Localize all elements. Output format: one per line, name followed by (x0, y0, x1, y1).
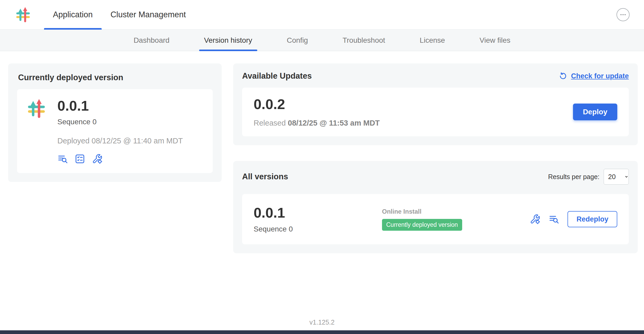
subnav-item-dashboard[interactable]: Dashboard (129, 30, 174, 51)
available-updates-title: Available Updates (242, 71, 312, 81)
primary-tabs: Application Cluster Management (44, 0, 195, 29)
release-notes-button[interactable] (549, 214, 559, 224)
subnav-item-troubleshoot[interactable]: Troubleshoot (337, 30, 390, 51)
results-per-page: Results per page: 20 (548, 169, 629, 185)
deployed-actions (57, 154, 183, 164)
all-versions-title: All versions (242, 172, 288, 181)
version-history-page: Currently deployed version 0.0.1 Sequenc… (0, 51, 644, 253)
update-released-line: Released 08/12/25 @ 11:53 am MDT (254, 119, 380, 127)
app-logo-icon (15, 6, 31, 23)
results-per-page-select[interactable]: 20 (604, 169, 629, 185)
top-header: Application Cluster Management (0, 0, 644, 30)
refresh-icon (559, 72, 567, 80)
subnav-item-config[interactable]: Config (282, 30, 313, 51)
released-date: 08/12/25 @ 11:53 am MDT (288, 119, 380, 127)
all-versions-header: All versions Results per page: 20 (242, 169, 629, 185)
log-search-icon (57, 154, 68, 164)
release-notes-button[interactable] (57, 154, 68, 164)
preflight-checks-button[interactable] (75, 154, 85, 164)
version-row: 0.0.1 Sequence 0 Online Install Currentl… (242, 194, 629, 244)
all-versions-card: All versions Results per page: 20 0.0.1 … (233, 161, 638, 253)
check-for-update-link[interactable]: Check for update (559, 72, 629, 80)
row-sequence: Sequence 0 (254, 225, 382, 233)
update-version-details: 0.0.2 Released 08/12/25 @ 11:53 am MDT (254, 96, 380, 127)
wrench-gear-icon (530, 214, 540, 224)
check-for-update-label: Check for update (571, 72, 629, 80)
ellipsis-icon (619, 10, 627, 19)
released-prefix: Released (254, 119, 288, 127)
available-updates-header: Available Updates Check for update (242, 71, 629, 81)
install-type-label: Online Install (382, 208, 530, 215)
deployed-version-number: 0.0.1 (57, 98, 183, 114)
available-updates-card: Available Updates Check for update 0.0.2… (233, 63, 638, 145)
right-column: Available Updates Check for update 0.0.2… (233, 63, 638, 253)
app-subnav: Dashboard Version history Config Trouble… (0, 30, 644, 51)
edit-config-button[interactable] (530, 214, 540, 224)
results-per-page-label: Results per page: (548, 173, 599, 181)
subnav-item-license[interactable]: License (415, 30, 450, 51)
deploy-button[interactable]: Deploy (573, 104, 617, 120)
wrench-gear-icon (92, 154, 102, 164)
tab-cluster-management-label: Cluster Management (111, 10, 186, 19)
version-row-actions: Redeploy (530, 211, 617, 227)
console-version: v1.125.2 (309, 319, 335, 326)
version-row-details: 0.0.1 Sequence 0 (254, 205, 382, 233)
checklist-icon (75, 154, 85, 164)
currently-deployed-card: Currently deployed version 0.0.1 Sequenc… (8, 63, 222, 182)
available-update-row: 0.0.2 Released 08/12/25 @ 11:53 am MDT D… (242, 88, 629, 136)
version-row-status: Online Install Currently deployed versio… (382, 208, 530, 231)
update-version-number: 0.0.2 (254, 96, 380, 112)
row-version-number: 0.0.1 (254, 205, 382, 220)
deployed-version-box: 0.0.1 Sequence 0 Deployed 08/12/25 @ 11:… (17, 89, 213, 173)
tab-application-label: Application (53, 10, 93, 19)
deployed-sequence: Sequence 0 (57, 118, 183, 126)
redeploy-button[interactable]: Redeploy (567, 211, 617, 227)
app-logo-icon (26, 98, 47, 119)
subnav-item-version-history[interactable]: Version history (199, 30, 257, 51)
tab-cluster-management[interactable]: Cluster Management (102, 0, 195, 29)
more-options-button[interactable] (616, 8, 630, 21)
edit-config-button[interactable] (92, 154, 102, 164)
currently-deployed-title: Currently deployed version (18, 73, 213, 82)
deployed-timestamp: Deployed 08/12/25 @ 11:40 am MDT (57, 137, 183, 145)
log-search-icon (549, 214, 559, 224)
bottom-bar (0, 330, 644, 334)
subnav-item-view-files[interactable]: View files (474, 30, 515, 51)
deployed-status-badge: Currently deployed version (382, 219, 462, 231)
console-footer: v1.125.2 (0, 319, 644, 326)
tab-application[interactable]: Application (44, 0, 102, 29)
deployed-version-details: 0.0.1 Sequence 0 Deployed 08/12/25 @ 11:… (57, 98, 183, 164)
